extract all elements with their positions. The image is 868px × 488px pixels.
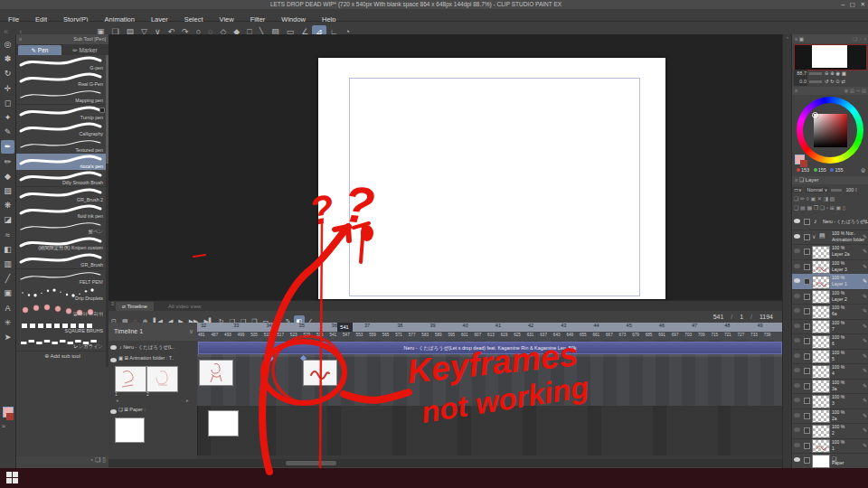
pencil-icon[interactable]: ✏ <box>800 196 805 202</box>
maximize-button[interactable]: ▢ <box>850 1 855 8</box>
layer-checkbox[interactable] <box>804 398 810 404</box>
animation-folder-label[interactable]: ▣ ⊞ Animation folder : T.. 1 2 ◂ ▸ <box>108 354 198 406</box>
layer-checkbox[interactable] <box>804 308 810 314</box>
layer-row-layer-3[interactable]: 100 %Layer 3✎ <box>792 259 868 276</box>
brush-item[interactable]: (期間限定無償) Knipen custom <box>16 236 106 253</box>
eye-icon[interactable] <box>794 353 800 358</box>
color-selector-dot[interactable] <box>812 112 818 118</box>
eye-icon[interactable] <box>794 294 800 298</box>
frame-border-tool[interactable]: ▣ <box>1 286 14 300</box>
subtool-tab-marker[interactable]: ✏ Marker <box>63 45 107 55</box>
layer-thumbnail[interactable] <box>812 320 830 333</box>
rotate-cw-icon[interactable]: ↻ <box>830 79 835 84</box>
brush-tool[interactable]: ◆ <box>1 170 14 183</box>
ruler-icon[interactable]: ◊ <box>807 196 809 202</box>
actual-size-icon[interactable]: ▣ <box>842 70 846 76</box>
brush-item[interactable]: Real G-Pen <box>16 71 106 89</box>
close-button[interactable]: ✕ <box>861 1 865 8</box>
text-tool[interactable]: A <box>1 302 14 315</box>
layer-thumbnail[interactable] <box>812 455 830 468</box>
rotation-slider[interactable] <box>809 80 822 83</box>
eye-icon[interactable] <box>794 324 800 328</box>
audio-track-row[interactable]: Neru - くたばろうぜ(Let s drop dead) feat. Kag… <box>197 341 782 353</box>
animation-track-row[interactable] <box>197 354 782 406</box>
layer-checkbox[interactable] <box>804 324 810 330</box>
brush-item[interactable]: レンガライン <box>16 334 106 352</box>
panel-menu-icon[interactable]: ≡ <box>792 177 797 183</box>
layer-row-5[interactable]: 100 %5✎ <box>792 349 868 365</box>
timeline-cel-1[interactable] <box>199 360 233 386</box>
rotation-value[interactable]: 0.0 <box>794 78 807 86</box>
eye-icon[interactable] <box>794 383 800 388</box>
lock-transparent-icon[interactable]: ✕ <box>817 196 822 202</box>
new-vector-icon[interactable]: ▤ <box>800 205 806 211</box>
brush-item[interactable]: GR_Brush <box>16 252 106 269</box>
brush-item[interactable]: G-pen <box>16 55 106 72</box>
layer-thumbnail[interactable] <box>812 305 830 319</box>
eye-icon[interactable] <box>794 264 800 268</box>
brush-item[interactable]: SQAURE BRUHS <box>16 318 106 335</box>
panel-menu-icon[interactable]: ≡ <box>792 36 797 42</box>
zoom-in-icon[interactable]: ⊕ <box>830 70 835 76</box>
timeline-cel-2[interactable] <box>303 360 337 386</box>
brush-item[interactable]: fluid ink pen <box>16 203 106 221</box>
add-subtool-button[interactable]: ⊕ Add sub tool <box>16 352 108 363</box>
brush-item[interactable]: 髪ペン <box>16 220 106 237</box>
layer-row-paper[interactable]: ❏Paper <box>792 453 868 468</box>
eye-icon[interactable] <box>794 368 800 372</box>
layer-checkbox[interactable] <box>804 264 810 270</box>
brush-item[interactable]: Mapping pen <box>16 88 106 105</box>
layer-tab[interactable]: ❏ Layer <box>799 177 818 183</box>
eye-icon[interactable] <box>794 427 800 432</box>
subtool-tab-pen[interactable]: ✎ Pen <box>18 45 61 55</box>
layer-thumbnail[interactable] <box>812 365 830 379</box>
operation-tool[interactable]: ➤ <box>1 331 14 344</box>
timeline-scrollbar[interactable] <box>108 459 782 467</box>
merge-icon[interactable]: ❏ <box>820 205 825 211</box>
cel-thumbnail-1[interactable] <box>115 366 146 392</box>
layer-row-6a[interactable]: 100 %6a✎ <box>792 304 868 320</box>
audio-clip-bar[interactable]: Neru - くたばろうぜ(Let s drop dead) feat. Kag… <box>198 342 782 354</box>
layer-row-3a[interactable]: 100 %3a✎ <box>792 379 868 395</box>
brush-item[interactable]: 말차아 브러쉬 <box>16 302 106 319</box>
layer-row-neru-l-[interactable]: ♪Neru - くたばろうぜ(L..✎ <box>792 214 868 230</box>
clip-icon[interactable]: ❏ <box>792 196 798 202</box>
layer-checkbox[interactable] <box>804 234 810 240</box>
eraser-tool[interactable]: ◪ <box>1 213 14 227</box>
layer-type-select[interactable]: ▭∨ <box>792 187 802 192</box>
layer-thumbnail[interactable] <box>812 395 830 408</box>
layer-thumbnail[interactable] <box>812 260 830 274</box>
delete-layer-icon[interactable]: ▯ <box>843 205 845 211</box>
eye-icon[interactable] <box>110 409 117 414</box>
brush-item[interactable]: rioca's pen <box>16 154 106 171</box>
layer-row-3[interactable]: 100 %3✎ <box>792 393 868 409</box>
eye-icon[interactable] <box>794 278 800 283</box>
lock-icon[interactable]: ▣ <box>810 196 816 202</box>
brush-item[interactable]: FELT PEN! <box>16 269 106 286</box>
brush-item[interactable]: Dilly Smooth Brush <box>16 170 106 187</box>
layer-thumbnail[interactable] <box>812 425 830 438</box>
layer-checkbox[interactable] <box>804 413 810 419</box>
figure-tool[interactable]: ╱ <box>1 272 14 286</box>
balloon-tool[interactable]: ✳ <box>1 316 14 330</box>
layer-checkbox[interactable] <box>804 219 810 225</box>
layer-row-4[interactable]: 100 %4✎ <box>792 363 868 380</box>
navigator-tab-icon[interactable]: ▣ <box>799 36 804 42</box>
brush-item[interactable]: GR_Brush 2 <box>16 187 106 204</box>
decoration-tool[interactable]: ❋ <box>1 199 14 212</box>
zoom-slider[interactable] <box>809 72 822 75</box>
paper-thumbnail[interactable] <box>115 418 145 443</box>
mask-icon[interactable]: ◨ <box>823 196 828 202</box>
reset-rotation-icon[interactable]: ⊙ <box>835 79 840 84</box>
blank-icon[interactable]: ▫ <box>826 205 828 211</box>
zoom-value[interactable]: 88.7 <box>794 70 807 78</box>
layer-checkbox[interactable] <box>804 368 810 374</box>
combine-icon[interactable]: ⊞ <box>830 205 835 211</box>
gradient-tool[interactable]: ▥ <box>1 258 14 271</box>
layer-row-2[interactable]: 100 %2✎ <box>792 423 868 439</box>
eye-icon[interactable] <box>794 219 800 223</box>
saturation-square[interactable] <box>814 114 847 147</box>
layer-row-animation-folder[interactable]: ∨▤100 % Nor..Animation folder✎ <box>792 230 868 246</box>
layer-thumbnail[interactable] <box>812 350 830 363</box>
delete-subtool-icon[interactable]: ▯ <box>102 456 108 463</box>
